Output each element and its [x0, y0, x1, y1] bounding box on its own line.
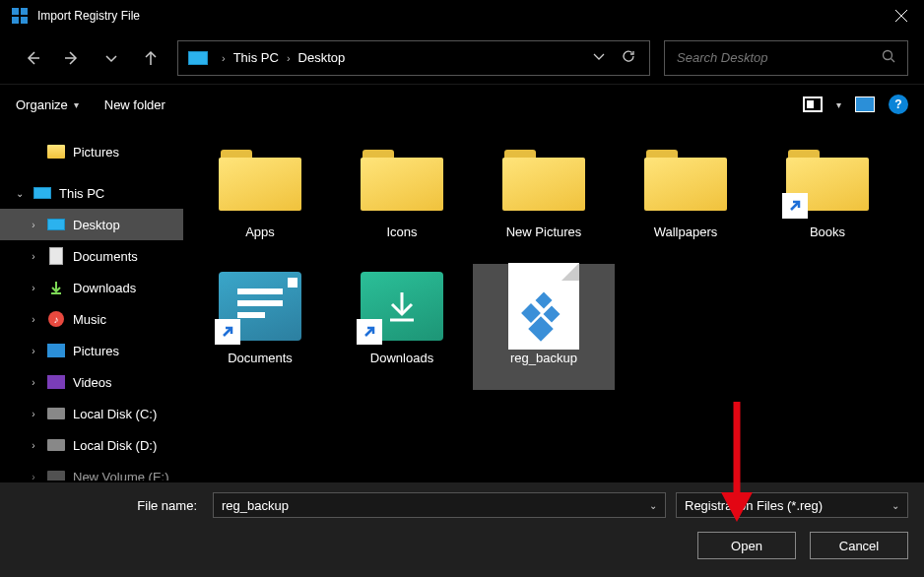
breadcrumb-thispc[interactable]: This PC	[230, 50, 283, 65]
file-grid: Apps Icons New Pictures Wallpapers Books…	[183, 124, 924, 481]
tree-music[interactable]: ›♪Music	[0, 303, 183, 335]
shortcut-icon	[782, 193, 808, 219]
up-button[interactable]	[134, 41, 167, 75]
item-newpictures[interactable]: New Pictures	[473, 138, 615, 264]
back-button[interactable]	[16, 41, 49, 75]
close-button[interactable]	[879, 0, 924, 32]
svg-line-10	[891, 58, 895, 62]
item-apps[interactable]: Apps	[189, 138, 331, 264]
app-icon	[12, 8, 28, 24]
item-regbackup[interactable]: reg_backup	[473, 264, 615, 390]
svg-point-9	[884, 50, 892, 59]
window-title: Import Registry File	[37, 9, 879, 23]
chevron-down-icon[interactable]: ⌄	[891, 500, 899, 511]
tree-pictures[interactable]: Pictures	[0, 136, 183, 167]
filename-label: File name:	[16, 498, 203, 513]
recent-dropdown[interactable]	[95, 41, 128, 75]
view-panel-icon[interactable]	[799, 94, 826, 115]
title-bar: Import Registry File	[0, 0, 924, 32]
address-dropdown-icon[interactable]	[592, 49, 606, 67]
tree-downloads[interactable]: ›Downloads	[0, 272, 183, 303]
tree-locald[interactable]: ›Local Disk (D:)	[0, 429, 183, 461]
breadcrumb-desktop[interactable]: Desktop	[295, 50, 350, 65]
filename-input[interactable]: ⌄	[213, 492, 666, 518]
refresh-icon[interactable]	[622, 49, 635, 67]
chevron-right-icon[interactable]: ›	[218, 52, 230, 64]
tree-desktop[interactable]: ›Desktop	[0, 209, 183, 240]
dialog-body: Pictures ⌄This PC ›Desktop ›Documents ›D…	[0, 124, 924, 481]
address-bar[interactable]: › This PC › Desktop	[177, 40, 650, 76]
svg-rect-0	[12, 8, 19, 15]
tree-localc[interactable]: ›Local Disk (C:)	[0, 398, 183, 429]
command-bar: Organize▾ New folder ▾ ?	[0, 85, 924, 124]
cancel-button[interactable]: Cancel	[810, 532, 908, 559]
nav-tree: Pictures ⌄This PC ›Desktop ›Documents ›D…	[0, 124, 183, 481]
organize-menu[interactable]: Organize▾	[16, 97, 79, 112]
view-dropdown-icon[interactable]: ▾	[836, 99, 841, 110]
forward-button[interactable]	[55, 41, 89, 75]
filetype-select[interactable]: Registration Files (*.reg) ⌄	[676, 492, 908, 518]
tree-newvol[interactable]: ›New Volume (E:)	[0, 461, 183, 481]
filename-field[interactable]	[222, 498, 649, 513]
chevron-right-icon[interactable]: ›	[283, 52, 295, 64]
search-box[interactable]	[664, 40, 908, 76]
item-wallpapers[interactable]: Wallpapers	[615, 138, 757, 264]
item-documents[interactable]: Documents	[189, 264, 331, 390]
search-icon[interactable]	[882, 49, 895, 67]
tree-videos[interactable]: ›Videos	[0, 366, 183, 398]
svg-rect-15	[544, 306, 561, 323]
tree-pictures2[interactable]: ›Pictures	[0, 335, 183, 366]
preview-pane-icon[interactable]	[851, 94, 879, 115]
svg-rect-2	[12, 17, 19, 24]
tree-documents[interactable]: ›Documents	[0, 240, 183, 272]
chevron-down-icon[interactable]: ⌄	[649, 500, 657, 511]
new-folder-button[interactable]: New folder	[104, 97, 165, 112]
pc-icon	[188, 51, 208, 65]
nav-toolbar: › This PC › Desktop	[0, 32, 924, 85]
svg-rect-13	[536, 292, 553, 309]
shortcut-icon	[357, 319, 382, 345]
item-books[interactable]: Books	[757, 138, 898, 264]
filetype-label: Registration Files (*.reg)	[685, 498, 823, 513]
item-downloads[interactable]: Downloads	[331, 264, 473, 390]
open-button[interactable]: Open	[697, 532, 796, 559]
search-input[interactable]	[677, 50, 882, 65]
dialog-footer: File name: ⌄ Registration Files (*.reg) …	[0, 482, 924, 577]
shortcut-icon	[215, 319, 240, 345]
tree-thispc[interactable]: ⌄This PC	[0, 177, 183, 209]
help-button[interactable]: ?	[889, 95, 908, 114]
svg-rect-1	[21, 8, 28, 15]
item-icons[interactable]: Icons	[331, 138, 473, 264]
svg-rect-3	[21, 17, 28, 24]
